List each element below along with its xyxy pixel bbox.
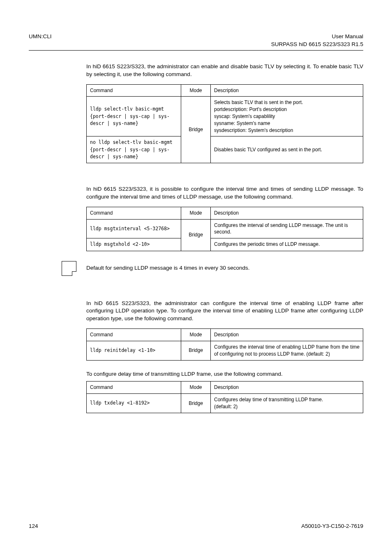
mode-cell: Bridge [181,394,211,413]
th-mode: Mode [181,382,211,394]
th-description: Description [211,382,363,394]
cmd-text: lldp msgtxinterval [90,226,144,231]
cmd-arg: <5-32768> [144,226,170,231]
mode-cell: Bridge [181,219,211,251]
page-number: 124 [29,523,38,530]
cmd-arg: <2-10> [133,241,150,247]
mode-cell: Bridge [181,341,211,360]
sec3-table: Command Mode Description lldp reinitdela… [86,328,363,360]
header-rule [29,50,363,51]
cmd-cell: no lldp select-tlv basic-mgmt {port-desc… [87,136,181,163]
desc-line: Configures delay time of transmitting LL… [214,396,360,403]
table-row: lldp msgtxhold <2-10> Configures the per… [87,238,363,251]
sec2-table: Command Mode Description lldp msgtxinter… [86,207,363,251]
sec4-paragraph: To configure delay time of transmitting … [86,370,363,378]
desc-cell: Configures the interval of sending LLDP … [211,219,363,238]
cmd-arg: <1-10> [138,347,156,353]
desc-line: syscap: System's capablility [214,113,360,120]
th-command: Command [87,382,181,394]
sec3-paragraph: In hiD 6615 S223/S323, the administrator… [86,300,363,323]
note-text: Default for sending LLDP message is 4 ti… [86,264,249,272]
cmd-arg: <1-8192> [127,400,150,406]
doc-id: A50010-Y3-C150-2-7619 [301,523,363,530]
note-icon [62,261,76,276]
table-header-row: Command Mode Description [87,84,363,97]
sec1-paragraph: In hiD 6615 S223/S323, the administrator… [86,63,363,79]
table-row: lldp reinitdelay <1-10> Bridge Configure… [87,341,363,360]
desc-line: Selects basic TLV that is sent in the po… [214,99,360,106]
sec1-table: Command Mode Description lldp select-tlv… [86,84,363,164]
cmd-cell: lldp msgtxinterval <5-32768> [87,219,181,238]
table-row: no lldp select-tlv basic-mgmt {port-desc… [87,136,363,163]
header-right-2: SURPASS hiD 6615 S223/S323 R1.5 [271,41,363,49]
table-header-row: Command Mode Description [87,329,363,341]
desc-line: sysname: System's name [214,120,360,127]
mode-cell: Bridge [181,97,211,163]
cmd-cell: lldp reinitdelay <1-10> [87,341,181,360]
th-command: Command [87,207,181,219]
th-mode: Mode [181,207,211,219]
header-left: UMN:CLI [29,33,52,49]
table-row: lldp txdelay <1-8192> Bridge Configures … [87,394,363,413]
cmd-cell: lldp txdelay <1-8192> [87,394,181,413]
table-header-row: Command Mode Description [87,207,363,219]
th-command: Command [87,84,181,97]
desc-line: sysdescription: System's description [214,127,360,134]
th-mode: Mode [181,84,211,97]
cmd-text: lldp txdelay [90,400,127,406]
th-description: Description [211,329,363,341]
desc-line: (default: 2) [214,403,360,410]
desc-line: portdescription: Port's description [214,106,360,113]
cmd-cell: lldp msgtxhold <2-10> [87,238,181,251]
table-header-row: Command Mode Description [87,382,363,394]
sec4-table: Command Mode Description lldp txdelay <1… [86,381,363,413]
desc-cell: Configures the interval time of enabling… [211,341,363,360]
sec2-paragraph: In hiD 6615 S223/S323, it is possible to… [86,185,363,201]
th-description: Description [211,207,363,219]
header-right-1: User Manual [271,33,363,41]
desc-cell: Configures delay time of transmitting LL… [211,394,363,413]
cmd-cell: lldp select-tlv basic-mgmt {port-descr |… [87,97,181,136]
desc-cell: Disables basic TLV configured as sent in… [211,136,363,163]
cmd-text: lldp reinitdelay [90,347,138,353]
th-command: Command [87,329,181,341]
table-row: lldp select-tlv basic-mgmt {port-descr |… [87,97,363,136]
cmd-text: lldp msgtxhold [90,241,133,247]
th-description: Description [211,84,363,97]
desc-cell: Selects basic TLV that is sent in the po… [211,97,363,136]
desc-cell: Configures the periodic times of LLDP me… [211,238,363,251]
th-mode: Mode [181,329,211,341]
table-row: lldp msgtxinterval <5-32768> Bridge Conf… [87,219,363,238]
